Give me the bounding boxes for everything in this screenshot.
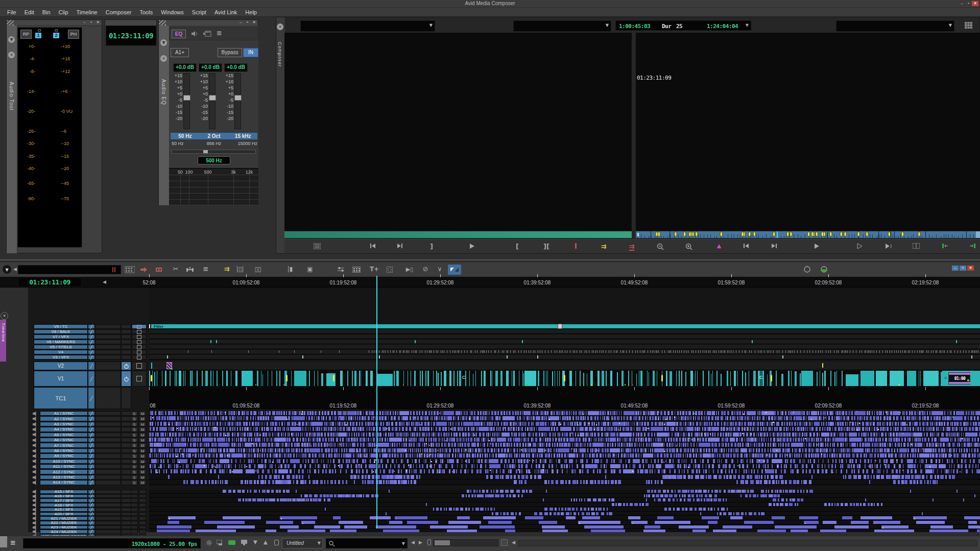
close-panel-icon[interactable]: ✕ — [160, 55, 167, 62]
track-name-a19-sfx[interactable]: A19 / SFX — [40, 508, 88, 512]
track-a10-content[interactable] — [149, 459, 980, 464]
split-screen-icon[interactable] — [913, 243, 924, 251]
eq-gain-low[interactable]: +0.0 dB — [173, 63, 197, 72]
pencil-icon[interactable]: ╱ — [88, 350, 95, 354]
track-select-cell[interactable] — [132, 355, 147, 360]
minimize-button[interactable]: – — [959, 1, 965, 6]
track-a18-content[interactable] — [149, 503, 980, 507]
solo-button[interactable]: S — [131, 438, 138, 442]
track-select-cell[interactable] — [132, 362, 147, 370]
menu-clip[interactable]: Clip — [55, 9, 73, 15]
track-a20-content[interactable] — [149, 512, 980, 516]
checkbox-icon[interactable] — [137, 335, 141, 339]
record-clip-dropdown[interactable]: ▼ — [513, 20, 611, 32]
timeline-scrollbar[interactable] — [433, 539, 498, 546]
solo-button[interactable]: S — [131, 422, 138, 426]
locator-marker[interactable] — [771, 375, 772, 381]
pencil-icon[interactable]: ╱ — [88, 516, 95, 520]
render-effect-icon[interactable]: ▶▯ — [403, 265, 416, 275]
mute-button[interactable]: M — [139, 438, 146, 442]
speaker-icon[interactable] — [33, 422, 38, 427]
step-forward-icon[interactable] — [397, 243, 408, 251]
audio-clips-canvas[interactable] — [149, 453, 980, 458]
audio-clips-canvas[interactable] — [149, 427, 980, 431]
checkbox-icon[interactable] — [136, 376, 142, 381]
track-name-a17-sfx[interactable]: A17 / SFX — [40, 498, 88, 502]
filler-clip[interactable] — [151, 324, 980, 328]
menu-script[interactable]: Script — [188, 9, 210, 15]
solo-button[interactable]: S — [131, 427, 138, 432]
audio-clips-canvas[interactable] — [149, 525, 980, 529]
pencil-icon[interactable]: ╱ — [88, 324, 95, 329]
pencil-icon[interactable]: ╱ — [88, 469, 95, 474]
horizontal-scroll-track[interactable] — [518, 540, 977, 546]
mark-out-icon[interactable]: ] — [426, 243, 437, 251]
track-a14-content[interactable] — [149, 480, 980, 485]
checkbox-icon[interactable] — [137, 325, 141, 329]
solo-button[interactable]: S — [131, 411, 138, 416]
track-name-v8-balk[interactable]: V8 / BALK — [34, 329, 88, 334]
eq-slider-high[interactable] — [234, 73, 241, 129]
close-panel-icon[interactable]: ✕ — [1, 312, 8, 320]
track-name-v6-markers[interactable]: V6 / MARKERS — [34, 340, 88, 344]
track-name-v3-vfx[interactable]: V3 / VFX — [34, 355, 88, 360]
speaker-icon[interactable] — [33, 464, 38, 469]
track-v1-content[interactable]: CCF01:00 — [149, 371, 980, 387]
track-a21-content[interactable] — [149, 516, 980, 520]
audio-clips-canvas[interactable] — [149, 416, 980, 420]
track-name-a21-muziek[interactable]: A21 / MUZIEK — [40, 516, 88, 520]
solo-button[interactable]: S — [131, 416, 138, 421]
audio-clips-canvas[interactable] — [149, 530, 980, 532]
track-a17-content[interactable] — [149, 498, 980, 502]
pencil-icon[interactable]: ╱ — [88, 503, 95, 507]
audio-tool-tab[interactable]: Audio Tool — [9, 82, 14, 111]
play-icon[interactable] — [814, 243, 825, 251]
in-button[interactable]: IN — [243, 48, 258, 57]
track-select-cell[interactable] — [132, 340, 147, 344]
slider-thumb[interactable] — [209, 95, 216, 101]
focus-icon[interactable]: ◎ — [206, 539, 211, 545]
speaker-icon[interactable] — [33, 438, 38, 443]
track-select-cell[interactable] — [132, 324, 147, 329]
track-a1-content[interactable] — [149, 411, 980, 416]
track-name-v4[interactable]: V4 — [34, 350, 88, 354]
audio-clips-canvas[interactable] — [149, 433, 980, 437]
mute-button[interactable]: M — [139, 422, 146, 426]
close-button[interactable]: ✕ — [967, 266, 974, 271]
timeline-clip-display[interactable] — [18, 265, 121, 274]
menu-composer[interactable]: Composer — [102, 9, 136, 15]
checkbox-icon[interactable] — [137, 345, 141, 349]
track-select-cell[interactable] — [132, 329, 147, 334]
close-button[interactable]: ✕ — [972, 1, 978, 6]
effect-mode-icon[interactable] — [334, 265, 347, 275]
match-frame-icon[interactable]: |▮ — [283, 265, 297, 275]
filmstrip-icon[interactable] — [125, 266, 135, 273]
audio-clips-canvas[interactable] — [149, 521, 980, 524]
trim-mode-icon[interactable] — [448, 265, 461, 275]
maximize-button[interactable]: + — [960, 266, 966, 271]
output-2-number[interactable]: 2 — [53, 33, 59, 38]
track-a16-content[interactable] — [149, 494, 980, 498]
track-name-v7-vfx[interactable]: V7 / VFX — [34, 334, 88, 339]
bypass-button[interactable]: Bypass — [218, 48, 242, 57]
composer-tab[interactable]: Composer — [277, 42, 282, 67]
pencil-icon[interactable]: ╱ — [88, 387, 95, 409]
locator-marker[interactable] — [564, 375, 565, 381]
grid-icon[interactable] — [965, 22, 972, 29]
maximize-button[interactable]: + — [244, 20, 251, 25]
mute-button[interactable]: M — [139, 464, 146, 469]
go-to-next-event-icon[interactable] — [969, 243, 980, 251]
speaker-icon[interactable] — [191, 31, 198, 37]
maximize-button[interactable]: + — [88, 20, 94, 25]
audio-clips-canvas[interactable] — [149, 494, 980, 497]
resize-handle[interactable] — [0, 536, 7, 547]
track-v2-content[interactable] — [149, 362, 980, 370]
track-a9-content[interactable] — [149, 453, 980, 458]
toolset-dropdown[interactable]: Untitled ▼ — [282, 538, 323, 548]
track-name-a6-sync[interactable]: A6 / SYNC — [40, 438, 88, 442]
audio-clips-canvas[interactable] — [149, 503, 980, 506]
eq-slider-low[interactable] — [183, 73, 190, 129]
eq-track-button[interactable]: A1+ — [171, 48, 189, 57]
mute-button[interactable]: M — [139, 459, 146, 464]
toggle-source-record-icon[interactable] — [217, 540, 224, 545]
